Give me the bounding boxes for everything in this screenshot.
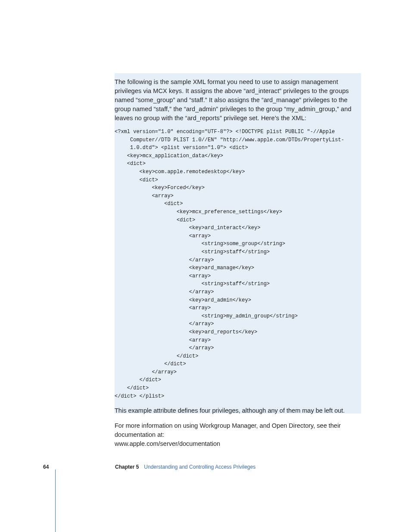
- content-block: The following is the sample XML format y…: [115, 78, 356, 415]
- followup-text: For more information on using Workgroup …: [115, 421, 356, 439]
- page-number: 64: [43, 464, 115, 470]
- footer: 64 Chapter 5 Understanding and Controlli…: [43, 464, 362, 470]
- outro-paragraph: This example attribute defines four priv…: [115, 406, 356, 415]
- margin-rule: [55, 470, 56, 532]
- followup-block: For more information on using Workgroup …: [115, 421, 356, 448]
- page: The following is the sample XML format y…: [0, 0, 411, 532]
- chapter-label: Chapter 5: [115, 464, 139, 470]
- intro-paragraph: The following is the sample XML format y…: [115, 78, 356, 123]
- xml-code-block: <?xml version="1.0" encoding="UTF-8"?> <…: [115, 128, 356, 400]
- documentation-link[interactable]: www.apple.com/server/documentation: [115, 439, 356, 448]
- chapter-title: Understanding and Controlling Access Pri…: [144, 464, 255, 470]
